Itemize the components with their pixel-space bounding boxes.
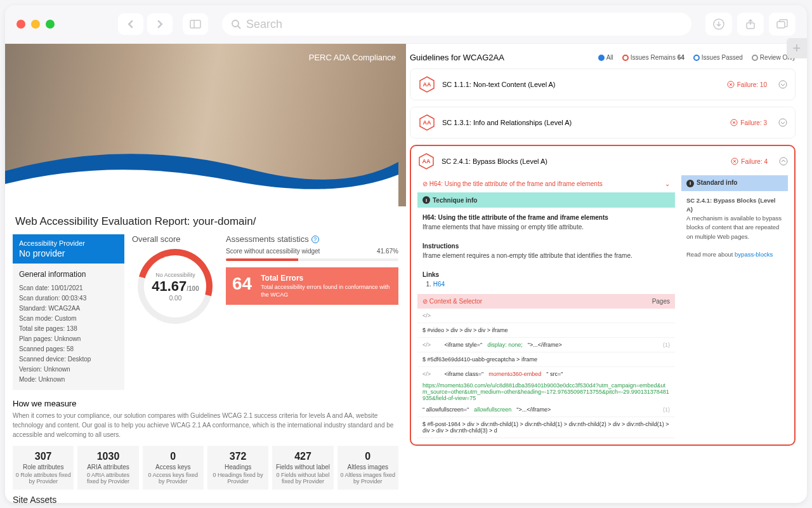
code-row: $ #video > div > div > div > iframe bbox=[417, 323, 675, 338]
browser-window: Search + PERC ADA Compliance Web Accessi… bbox=[5, 5, 807, 503]
guideline-row[interactable]: AA SC 1.1.1: Non-text Content (Level A) … bbox=[410, 69, 796, 100]
forward-button[interactable] bbox=[147, 13, 173, 35]
issue-link[interactable]: ⊘ H64: Using the title attribute of the … bbox=[417, 175, 675, 192]
assets-header: Site Assets bbox=[5, 490, 406, 503]
stat-card: 372Headings0 Headings fixed by Provider bbox=[207, 446, 268, 490]
browser-chrome: Search bbox=[5, 5, 807, 44]
technique-header: iTechnique info bbox=[417, 192, 675, 208]
search-placeholder: Search bbox=[246, 18, 282, 31]
minimize-dot[interactable] bbox=[31, 20, 40, 29]
failure-badge: Failure: 3 bbox=[730, 119, 767, 126]
back-button[interactable] bbox=[118, 13, 143, 35]
level-badge: AA bbox=[418, 114, 436, 131]
share-button[interactable] bbox=[737, 13, 764, 36]
how-we-measure: How we measure When it comes to your com… bbox=[5, 399, 406, 439]
svg-point-21 bbox=[779, 119, 787, 126]
sidebar-toggle[interactable] bbox=[183, 13, 208, 35]
chevron-up-icon[interactable] bbox=[779, 157, 788, 166]
report-pane: PERC ADA Compliance Web Accessibility Ev… bbox=[5, 44, 406, 503]
info-row: Scanned pages: 58 bbox=[19, 344, 118, 354]
chevron-down-icon: ⌄ bbox=[665, 180, 670, 187]
info-row: Scan date: 10/01/2021 bbox=[19, 283, 118, 293]
guideline-title: SC 1.3.1: Info and Relationships (Level … bbox=[442, 119, 572, 126]
report-title: Web Accessibility Evaluation Report: you… bbox=[5, 206, 406, 234]
svg-rect-6 bbox=[777, 22, 785, 28]
failure-badge: Failure: 4 bbox=[731, 157, 768, 165]
guideline-row[interactable]: AA SC 1.3.1: Info and Relationships (Lev… bbox=[410, 107, 796, 138]
tabs-button[interactable] bbox=[769, 13, 796, 36]
level-badge: AA bbox=[418, 76, 436, 93]
info-row: Plan pages: Unknown bbox=[19, 334, 118, 344]
stat-card: 307Role attributes0 Role attributes fixe… bbox=[13, 446, 74, 490]
svg-point-17 bbox=[779, 81, 787, 88]
search-icon bbox=[231, 19, 241, 29]
guidelines-pane: Guidelines for WCAG2AA All Issues Remain… bbox=[406, 44, 807, 503]
score-bar bbox=[226, 258, 398, 261]
context-header: ⊘ Context & SelectorPages bbox=[417, 294, 675, 309]
info-row: Standard: WCAG2AA bbox=[19, 304, 118, 314]
guideline-detail: AA SC 2.4.1: Bypass Blocks (Level A) Fai… bbox=[410, 145, 796, 446]
info-header: General information bbox=[19, 269, 118, 281]
svg-text:AA: AA bbox=[423, 119, 431, 126]
address-bar[interactable]: Search bbox=[222, 13, 691, 36]
info-row: Scan mode: Custom bbox=[19, 314, 118, 324]
info-row: Scan duration: 00:03:43 bbox=[19, 293, 118, 304]
failure-badge: Failure: 10 bbox=[727, 81, 767, 88]
traffic-lights bbox=[16, 20, 55, 29]
code-row: </> bbox=[417, 309, 675, 323]
svg-rect-0 bbox=[190, 20, 200, 28]
svg-line-3 bbox=[238, 26, 240, 29]
downloads-button[interactable] bbox=[705, 13, 732, 36]
chevron-down-icon bbox=[778, 80, 787, 89]
stat-cards: 307Role attributes0 Role attributes fixe… bbox=[5, 439, 406, 490]
chevron-down-icon bbox=[778, 118, 787, 127]
guideline-title: SC 1.1.1: Non-text Content (Level A) bbox=[442, 81, 556, 88]
general-info: General information Scan date: 10/01/202… bbox=[13, 264, 124, 390]
maximize-dot[interactable] bbox=[46, 20, 55, 29]
overall-label: Overall score bbox=[132, 234, 218, 244]
detail-title: SC 2.4.1: Bypass Blocks (Level A) bbox=[442, 157, 547, 165]
code-row: $ #5df63e69dd410-uabb-grecaptcha > ifram… bbox=[417, 352, 675, 367]
code-row: </> <iframe style="display: none;">...</… bbox=[417, 338, 675, 352]
stat-card: 0Altless images0 Altless images fixed by… bbox=[337, 446, 398, 490]
provider-label: Accessibility Provider bbox=[19, 239, 118, 247]
level-badge: AA bbox=[417, 152, 435, 170]
stat-card: 1030ARIA attributes0 ARIA attributes fix… bbox=[77, 446, 138, 490]
guidelines-title: Guidelines for WCAG2AA bbox=[410, 53, 504, 62]
stat-card: 427Fields without label0 Fields without … bbox=[272, 446, 333, 490]
score-gauge: No Accessibility 41.67/100 0.00 bbox=[124, 235, 226, 337]
svg-text:AA: AA bbox=[422, 158, 431, 164]
code-row: </> <iframe class="momento360-embed" src… bbox=[417, 367, 675, 417]
svg-point-2 bbox=[232, 20, 239, 27]
filters: All Issues Remains 64 Issues Passed Revi… bbox=[598, 54, 796, 61]
errors-card: 64 Total Errors Total accessibility erro… bbox=[226, 267, 398, 305]
provider-value: No provider bbox=[19, 248, 118, 258]
info-row: Version: Unknown bbox=[19, 364, 118, 375]
provider-card: Accessibility Provider No provider bbox=[13, 234, 124, 264]
info-row: Total site pages: 138 bbox=[19, 324, 118, 334]
filter-all[interactable]: All bbox=[598, 54, 613, 61]
info-row: Mode: Unknown bbox=[19, 375, 118, 385]
new-tab-button[interactable]: + bbox=[787, 38, 807, 58]
info-icon[interactable]: ? bbox=[311, 236, 319, 243]
stat-card: 0Access keys0 Access keys fixed by Provi… bbox=[143, 446, 204, 490]
standard-header: iStandard info bbox=[681, 175, 788, 191]
stats-header: Assessments statistics? bbox=[226, 234, 398, 244]
bypass-blocks-link[interactable]: bypass-blocks bbox=[735, 251, 773, 258]
filter-passed[interactable]: Issues Passed bbox=[693, 54, 743, 61]
info-row: Scanned device: Desktop bbox=[19, 354, 118, 364]
h64-link[interactable]: H64 bbox=[433, 281, 445, 288]
svg-point-25 bbox=[780, 157, 787, 165]
svg-text:AA: AA bbox=[423, 81, 431, 88]
hero-badge: PERC ADA Compliance bbox=[309, 53, 396, 62]
hero-banner: PERC ADA Compliance bbox=[5, 44, 406, 206]
close-dot[interactable] bbox=[16, 20, 25, 29]
filter-remains[interactable]: Issues Remains 64 bbox=[622, 54, 684, 61]
code-row: $ #fl-post-1984 > div > div:nth-child(1)… bbox=[417, 417, 675, 438]
